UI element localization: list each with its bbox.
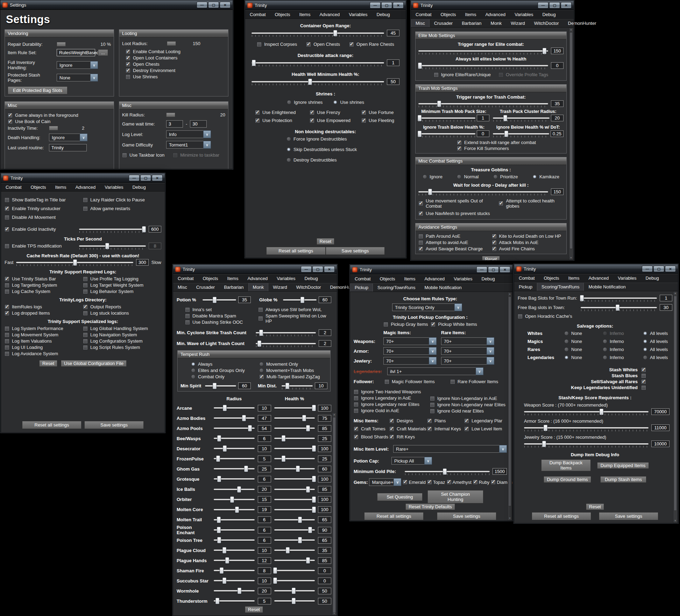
radio[interactable]	[643, 347, 647, 352]
scrollbar[interactable]: ▲▼	[508, 292, 512, 521]
menu-advanced[interactable]: Advanced	[315, 10, 344, 19]
scroll-up-icon[interactable]: ▲	[333, 413, 336, 416]
menu-variables[interactable]: Variables	[344, 10, 372, 19]
radio[interactable]	[603, 339, 607, 344]
slider-thumb[interactable]	[259, 330, 263, 336]
close-button[interactable]	[665, 266, 676, 272]
slider-thumb[interactable]	[238, 588, 241, 594]
slider-thumb[interactable]	[282, 456, 285, 462]
maximize-button[interactable]	[312, 266, 323, 272]
checkbox[interactable]	[5, 244, 9, 249]
use-global-config-button[interactable]: Use Global Configuration File	[61, 360, 127, 367]
radio[interactable]	[191, 374, 196, 379]
armor-score-slider[interactable]	[524, 425, 649, 431]
radio[interactable]	[564, 355, 569, 360]
checkbox[interactable]	[427, 480, 432, 485]
slider-thumb[interactable]	[298, 537, 302, 543]
radio[interactable]	[286, 137, 291, 141]
checkbox[interactable]	[354, 408, 359, 413]
checkbox[interactable]	[383, 322, 388, 327]
menu-items[interactable]: Items	[461, 10, 481, 19]
dump-ground-button[interactable]: Dump Ground Items	[544, 476, 591, 483]
chevron-down-icon[interactable]	[429, 337, 437, 345]
radio[interactable]	[643, 331, 647, 336]
slider-thumb[interactable]	[273, 567, 277, 574]
checkbox[interactable]	[457, 146, 462, 151]
health-slider[interactable]	[274, 588, 315, 594]
health-slider[interactable]	[274, 425, 315, 431]
slider-thumb[interactable]	[600, 409, 603, 415]
chevron-down-icon[interactable]	[429, 347, 437, 355]
scroll-down-icon[interactable]: ▼	[674, 519, 677, 523]
scrollbar-thumb[interactable]	[508, 296, 511, 506]
globe-slider[interactable]	[283, 297, 317, 303]
checkbox[interactable]	[464, 418, 469, 423]
radio[interactable]	[564, 347, 569, 352]
item-rule-set-input[interactable]: Rules\WeightBased	[57, 49, 95, 56]
titlebar[interactable]: Trinity	[173, 265, 337, 274]
chevron-down-icon[interactable]	[429, 357, 437, 365]
scroll-up-icon[interactable]: ▲	[674, 292, 677, 295]
checkbox[interactable]	[5, 326, 9, 331]
weapons-magic-dropdown[interactable]: 70+	[383, 337, 437, 345]
checkbox[interactable]	[491, 480, 496, 485]
radius-slider[interactable]	[214, 445, 255, 452]
radius-slider[interactable]	[214, 435, 255, 442]
menu-items[interactable]: Items	[295, 10, 315, 19]
checkbox[interactable]	[83, 198, 88, 202]
health-slider[interactable]	[274, 517, 315, 523]
slider-thumb[interactable]	[308, 527, 312, 533]
health-slider[interactable]	[274, 557, 315, 564]
radio[interactable]	[643, 355, 647, 360]
reset-button[interactable]: Reset	[482, 256, 500, 260]
titlebar[interactable]: Trinity	[350, 265, 512, 274]
radio[interactable]	[286, 147, 291, 152]
chevron-down-icon[interactable]	[90, 74, 98, 81]
checkbox[interactable]	[5, 215, 9, 220]
menu-debug[interactable]: Debug	[128, 183, 150, 191]
tab-demonhunter[interactable]: DemonHunter	[564, 19, 601, 27]
checkbox[interactable]	[430, 402, 435, 407]
tab-misc[interactable]: Misc	[411, 19, 430, 27]
tab-mobile-notification[interactable]: Mobile Notification	[584, 283, 630, 291]
slider-thumb[interactable]	[312, 476, 316, 482]
menu-objects[interactable]: Objects	[375, 275, 400, 283]
checkbox[interactable]	[126, 62, 130, 67]
menu-advanced[interactable]: Advanced	[584, 274, 613, 282]
tab-crusader[interactable]: Crusader	[430, 19, 457, 27]
item-rules-dropdown[interactable]: Trinity Scoring Only	[392, 303, 462, 311]
radio[interactable]	[287, 100, 291, 105]
checkbox[interactable]	[464, 427, 469, 431]
checkbox[interactable]	[126, 68, 130, 73]
minimize-button[interactable]	[301, 266, 312, 272]
ignore-trash-slider[interactable]	[418, 131, 475, 137]
tab-monk[interactable]: Monk	[486, 19, 507, 27]
slider-thumb[interactable]	[292, 598, 296, 604]
slider-thumb[interactable]	[217, 476, 221, 482]
radius-slider[interactable]	[214, 567, 255, 574]
cluster-radius-slider[interactable]	[493, 115, 550, 121]
radius-slider[interactable]	[214, 537, 255, 543]
destructible-range-slider[interactable]	[252, 60, 384, 66]
checkbox[interactable]	[354, 396, 359, 401]
checkbox[interactable]	[641, 385, 646, 390]
checkbox[interactable]	[518, 314, 523, 319]
checkbox[interactable]	[641, 379, 646, 384]
settings-titlebar[interactable]: Settings	[0, 0, 233, 10]
checkbox[interactable]	[5, 227, 9, 232]
health-slider[interactable]	[274, 567, 315, 574]
slider-thumb[interactable]	[543, 48, 546, 54]
cyclone-slider[interactable]	[256, 330, 316, 336]
reset-button[interactable]: Reset	[39, 360, 57, 367]
inactivity-time-slider[interactable]	[49, 126, 58, 130]
reset-all-settings-button[interactable]: Reset all settings	[532, 512, 591, 520]
checkbox[interactable]	[5, 277, 9, 281]
slider-thumb[interactable]	[312, 507, 316, 513]
health-slider[interactable]	[274, 466, 315, 472]
free-bag-town-slider[interactable]	[581, 305, 657, 311]
menu-items[interactable]: Items	[223, 274, 243, 282]
health-slider[interactable]	[274, 486, 315, 493]
misc-item-level-dropdown[interactable]: Rare+	[393, 445, 507, 453]
slider-thumb[interactable]	[223, 405, 227, 411]
checkbox[interactable]	[83, 277, 88, 281]
